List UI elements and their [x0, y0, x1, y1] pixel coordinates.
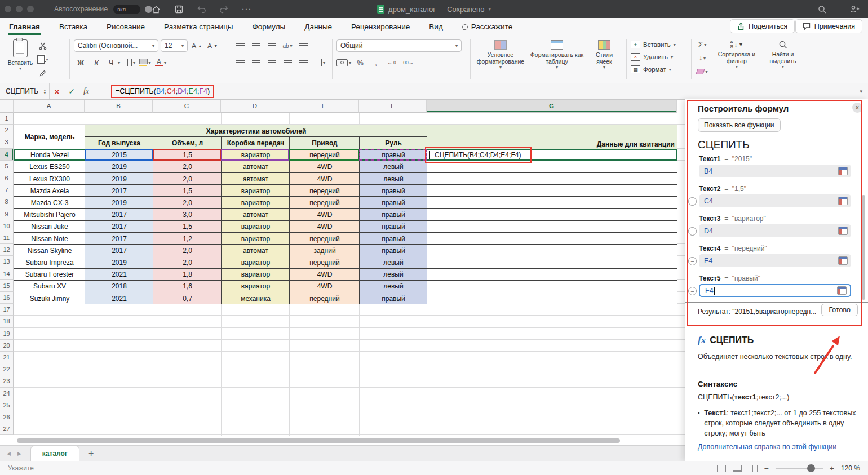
tab-Вставка[interactable]: Вставка	[58, 23, 88, 35]
done-button[interactable]: Готово	[821, 304, 858, 316]
decrease-font-size-button[interactable]: A▼	[206, 39, 219, 52]
row-header-20[interactable]: 20	[0, 340, 14, 352]
number-format-select[interactable]: Общий▾	[336, 39, 462, 52]
cell-D10[interactable]: вариатор	[222, 221, 290, 233]
format-as-table-button[interactable]: Форматировать как таблицу ▾	[530, 38, 584, 70]
cell-A11[interactable]: Nissan Note	[14, 233, 85, 245]
cell-A2-brand-header[interactable]: Марка, модель	[14, 125, 85, 149]
column-header-G[interactable]: G	[427, 99, 677, 113]
row-header-17[interactable]: 17	[0, 304, 14, 316]
cell-C14[interactable]: 1,8	[153, 269, 222, 281]
argument-input-E4[interactable]: E4	[699, 254, 851, 267]
row-header-9[interactable]: 9	[0, 208, 14, 220]
row-header-3[interactable]: 3	[0, 136, 14, 148]
cell-E7[interactable]: передний	[290, 185, 360, 197]
cell-F7[interactable]: правый	[360, 185, 427, 197]
cell-F10[interactable]: правый	[360, 221, 427, 233]
tab-Формулы[interactable]: Формулы	[251, 23, 287, 35]
remove-argument-button-D4[interactable]: −	[688, 227, 697, 236]
cell-D14[interactable]: вариатор	[222, 269, 290, 281]
align-right-button[interactable]	[265, 56, 278, 69]
select-all-corner[interactable]	[0, 99, 14, 113]
fill-color-button[interactable]: ▾	[138, 56, 152, 69]
increase-indent-button[interactable]	[296, 56, 310, 69]
document-title-area[interactable]: дром_каталог — Сохранено ▾	[377, 0, 491, 18]
row-header-6[interactable]: 6	[0, 172, 14, 184]
cell-F9[interactable]: правый	[360, 209, 427, 221]
row-header-13[interactable]: 13	[0, 256, 14, 268]
confirm-entry-button[interactable]: ✓	[64, 83, 79, 99]
cell-G2-receipt-header[interactable]: Данные для квитанции	[427, 125, 677, 149]
share-button[interactable]: Поделиться	[730, 19, 795, 33]
name-box[interactable]: СЦЕПИТЬ ▴▾	[0, 83, 50, 99]
cell-E8[interactable]: передний	[290, 197, 360, 208]
wrap-text-button[interactable]	[296, 39, 310, 52]
cell-E4[interactable]: передний	[290, 149, 360, 161]
cell-F6[interactable]: левый	[360, 173, 427, 185]
row-header-7[interactable]: 7	[0, 184, 14, 196]
zoom-window-button[interactable]	[27, 6, 34, 12]
cell-B5[interactable]: 2019	[85, 161, 153, 173]
column-header-A[interactable]: A	[14, 99, 85, 113]
cell-C9[interactable]: 3,0	[153, 209, 222, 221]
cell-B13[interactable]: 2019	[85, 256, 153, 268]
formula-text[interactable]: =СЦЕПИТЬ(B4;C4;D4;E4;F4)	[116, 87, 210, 95]
merge-center-button[interactable]: ▾	[312, 56, 326, 69]
tab-Рисование[interactable]: Рисование	[105, 23, 146, 35]
range-selector-icon-B4[interactable]	[838, 167, 848, 175]
percent-format-button[interactable]: %	[353, 56, 367, 69]
cell-B10[interactable]: 2017	[85, 221, 153, 233]
cell-A10[interactable]: Nissan Juke	[14, 221, 85, 233]
cell-D11[interactable]: вариатор	[222, 233, 290, 245]
decrease-decimal-button[interactable]: ←.0	[385, 56, 398, 69]
increase-decimal-button[interactable]: .00→	[401, 56, 414, 69]
currency-format-button[interactable]: ▾	[336, 56, 351, 69]
cell-G5[interactable]	[427, 161, 677, 173]
row-header-16[interactable]: 16	[0, 292, 14, 304]
argument-input-D4[interactable]: D4	[699, 224, 851, 237]
function-help-link[interactable]: Дополнительная справка по этой функции	[698, 443, 836, 451]
cell-D9[interactable]: автомат	[222, 209, 290, 221]
cell-G9[interactable]	[427, 209, 677, 221]
cell-C12[interactable]: 2,0	[153, 245, 222, 256]
font-color-button[interactable]: А▾	[154, 56, 167, 69]
row-header-2[interactable]: 2	[0, 125, 14, 136]
cell-B8[interactable]: 2019	[85, 197, 153, 208]
cell-C3-header[interactable]: Объем, л	[153, 137, 222, 149]
cell-C16[interactable]: 0,7	[153, 292, 222, 304]
cell-F14[interactable]: левый	[360, 269, 427, 281]
cell-B14[interactable]: 2021	[85, 269, 153, 281]
row-header-18[interactable]: 18	[0, 316, 14, 327]
remove-argument-button-F4[interactable]: −	[688, 287, 697, 295]
decrease-indent-button[interactable]	[281, 56, 294, 69]
sheet-nav-left-icon[interactable]: ◀	[7, 451, 11, 456]
row-header-8[interactable]: 8	[0, 196, 14, 208]
share-presence-button[interactable]	[848, 2, 861, 16]
cell-E3-header[interactable]: Привод	[290, 137, 360, 149]
builder-close-button[interactable]: ×	[852, 103, 862, 113]
sort-filter-button[interactable]: АЯ↓▼ Сортировка и фильтр ▾	[712, 38, 761, 78]
row-header-24[interactable]: 24	[0, 388, 14, 399]
column-header-F[interactable]: F	[359, 99, 427, 113]
borders-button[interactable]: ▾	[122, 56, 136, 69]
cell-G12[interactable]	[427, 245, 677, 256]
conditional-formatting-button[interactable]: Условное форматирование ▾	[475, 38, 526, 70]
align-center-button[interactable]	[249, 56, 263, 69]
normal-view-button[interactable]	[717, 465, 726, 472]
range-selector-icon-E4[interactable]	[838, 256, 848, 265]
cell-F3-header[interactable]: Руль	[360, 137, 427, 149]
cell-D16[interactable]: механика	[222, 292, 290, 304]
cell-G16[interactable]	[427, 292, 677, 304]
format-painter-button[interactable]	[36, 66, 50, 79]
tab-Главная[interactable]: Главная	[8, 23, 41, 35]
zoom-slider[interactable]	[776, 468, 823, 469]
cell-E10[interactable]: 4WD	[290, 221, 360, 233]
cell-D8[interactable]: вариатор	[222, 197, 290, 208]
cell-F11[interactable]: правый	[360, 233, 427, 245]
cell-G13[interactable]	[427, 256, 677, 268]
cell-D13[interactable]: вариатор	[222, 256, 290, 268]
underline-button[interactable]: Ч▾	[105, 56, 120, 69]
tab-Рецензирование[interactable]: Рецензирование	[350, 23, 411, 35]
sheet-tab-katalog[interactable]: каталог	[30, 446, 79, 461]
zoom-out-button[interactable]: −	[764, 464, 769, 473]
